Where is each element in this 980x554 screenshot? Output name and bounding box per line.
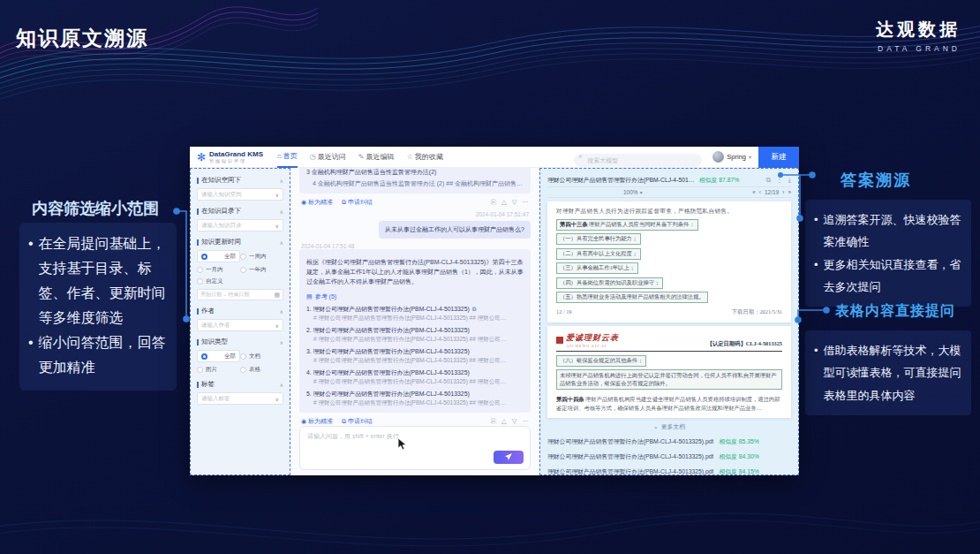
bullet-icon: • bbox=[28, 330, 34, 380]
app-navbar: ✻ DataGrand KMS 智能知识管理 ⌂首页 ◷最近访问 ✎最近编辑 ☆… bbox=[190, 147, 799, 168]
radio-all-time[interactable]: 全部 bbox=[197, 250, 240, 262]
doc-paragraph: 第四十四条 理财产品销售机构应当建立健全理财产品销售人员资格持续培训制度，通过内… bbox=[556, 395, 782, 413]
doc-filename[interactable]: 理财公司理财产品销售管理暂行办法(PBM-CLJ-4-5013325).pdf bbox=[547, 176, 696, 185]
more-docs-link[interactable]: ⌄更多文档 bbox=[547, 422, 791, 431]
chevron-up-icon: ∧ bbox=[280, 239, 283, 246]
radio-group-type: 全部 文档 图片 表格 bbox=[197, 350, 283, 374]
tag-select[interactable]: 请输入标签∨ bbox=[197, 392, 283, 405]
copy-icon[interactable]: ⎘ bbox=[491, 198, 496, 207]
radio-type-doc[interactable]: 文档 bbox=[240, 350, 283, 362]
last-page-icon[interactable]: » bbox=[788, 189, 791, 195]
citation-line[interactable]: 3 金融机构理财产品销售适当性监督管理办法(2) bbox=[306, 168, 524, 177]
download-icon[interactable]: ⤓ bbox=[788, 176, 791, 185]
section-header[interactable]: 在知识目录下∧ bbox=[197, 207, 283, 216]
chat-input-placeholder: 请输入问题，用 shift + enter 换行 bbox=[300, 427, 530, 446]
reference-item[interactable]: 1. 理财公司理财产品销售管理暂行办法(PBM-CLJ-4-5013325)⧉ … bbox=[306, 305, 524, 323]
filter-section-update-time: 知识更新时间∧ 全部 一周内 一月内 一年内 自定义 开始日期–结束日期 ▦ bbox=[197, 238, 283, 300]
zoom-select[interactable]: 100%▾ bbox=[623, 189, 643, 195]
space-select[interactable]: 请输入知识空间∨ bbox=[197, 188, 283, 201]
page-title: 知识原文溯源 bbox=[16, 25, 148, 52]
radio-type-image[interactable]: 图片 bbox=[197, 366, 240, 374]
send-button[interactable] bbox=[494, 451, 524, 464]
document-icon: ▤ bbox=[306, 293, 313, 300]
date-range-input[interactable]: 开始日期–结束日期 ▦ bbox=[197, 289, 283, 300]
related-file-row[interactable]: 理财公司理财产品销售管理暂行办法(PBM-CLJ-4-5013325).pdf相… bbox=[547, 437, 791, 446]
thumbs-down-icon[interactable]: ▽ bbox=[512, 417, 517, 426]
logo-en: DATA GRAND bbox=[876, 44, 961, 53]
highlighted-clause: （五）熟悉理财业务活动及理财产品销售相关的法律法规。 bbox=[556, 292, 708, 303]
reference-item[interactable]: 3. 理财公司理财产品销售管理暂行办法(PBM-CLJ-4-5013325) #… bbox=[306, 347, 524, 365]
radio-year[interactable]: 一年内 bbox=[240, 266, 283, 274]
reference-item[interactable]: 2. 理财公司理财产品销售管理暂行办法(PBM-CLJ-4-5013325) #… bbox=[306, 326, 524, 344]
reference-item[interactable]: 5. 理财公司理财产品销售管理暂行办法(PBM-CLJ-4-5013325) #… bbox=[306, 390, 524, 407]
citation-line[interactable]: 4 金融机构理财产品销售适当性监督管理办法 (2) ## 金融机构理财产品销售适… bbox=[306, 179, 524, 188]
similarity-badge: 相似度 84.30% bbox=[719, 452, 758, 461]
radio-icon bbox=[197, 367, 203, 373]
radio-week[interactable]: 一周内 bbox=[240, 250, 283, 262]
logo-cn: 达观数据 bbox=[876, 18, 961, 42]
radio-type-all[interactable]: 全部 bbox=[197, 350, 240, 362]
user-menu[interactable]: Spring ▾ bbox=[712, 151, 751, 163]
letterhead-logo: 爱诚理财云表 AICHENG LICAI bbox=[556, 332, 619, 348]
thumbs-up-icon[interactable]: △ bbox=[501, 417, 507, 426]
callout-trace-bullet: 更多相关知识直接查看，省去多次提问 bbox=[824, 254, 964, 299]
more-docs-icon: ⌄ bbox=[653, 423, 659, 430]
copy-icon[interactable]: ⎘ bbox=[491, 417, 496, 426]
doc-paragraph: 对理财产品销售人员行为进行跟踪监督审查，严格防范私自销售。 bbox=[556, 208, 782, 216]
download-date: 下载日期：2021/5/31 bbox=[732, 308, 782, 316]
author-select[interactable]: 请输入作者∨ bbox=[197, 319, 283, 331]
mark-accurate-button[interactable]: ◉标为精准 bbox=[301, 198, 333, 207]
related-file-row[interactable]: 理财公司理财产品销售管理暂行办法(PBM-CLJ-4-5013325).pdf相… bbox=[547, 452, 791, 461]
more-icon[interactable]: ⋯ bbox=[523, 198, 530, 207]
preview-icon[interactable]: ⧉ bbox=[472, 306, 477, 313]
callout-filter-bullet: 缩小问答范围，回答更加精准 bbox=[39, 330, 170, 380]
chevron-down-icon: ∨ bbox=[275, 323, 279, 329]
chevron-down-icon: ∨ bbox=[275, 396, 279, 402]
section-bar-icon bbox=[197, 209, 199, 215]
section-header[interactable]: 标签∧ bbox=[197, 380, 283, 389]
section-bar-icon bbox=[197, 308, 199, 315]
search-input[interactable] bbox=[574, 154, 702, 167]
section-header[interactable]: 知识类型∧ bbox=[197, 338, 283, 346]
catalog-select[interactable]: 请输入知识目录∨ bbox=[197, 219, 283, 231]
report-error-button[interactable]: ⧉申请纠错 bbox=[342, 417, 373, 426]
callout-table-title: 表格内容直接提问 bbox=[835, 302, 955, 321]
next-page-icon[interactable]: › bbox=[782, 189, 784, 195]
new-button[interactable]: 新建 bbox=[758, 147, 799, 168]
section-header[interactable]: 作者∧ bbox=[197, 307, 283, 315]
section-header[interactable]: 在知识空间下∧ bbox=[197, 176, 283, 185]
logo: 达观数据 DATA GRAND bbox=[876, 18, 961, 53]
highlighted-clause: （二）具有高中以上文化程度； bbox=[556, 248, 641, 260]
nav-item-recent-visit[interactable]: ◷最近访问 bbox=[310, 147, 346, 168]
chat-panel: 3 金融机构理财产品销售适当性监督管理办法(2) 4 金融机构理财产品销售适当性… bbox=[290, 168, 539, 475]
radio-icon bbox=[240, 353, 246, 360]
list-item: •借助表格解析等技术，大模型可读懂表格，可直接提问表格里的具体内容 bbox=[814, 339, 964, 406]
more-icon[interactable]: ⋯ bbox=[523, 417, 530, 426]
radio-icon bbox=[201, 254, 207, 260]
letterhead-en: AICHENG LICAI bbox=[566, 344, 619, 348]
list-item: •在全局提问基础上，支持基于目录、标签、作者、更新时间等多维度筛选 bbox=[28, 231, 170, 330]
highlighted-clause: 未经理财产品销售机构进行上岗登记认定并签订劳动合同，任何人员不得私自开展理财产品… bbox=[556, 369, 782, 390]
nav-item-favorites[interactable]: ☆我的收藏 bbox=[407, 147, 443, 168]
radio-custom[interactable]: 自定义 bbox=[197, 277, 240, 285]
radio-month[interactable]: 一月内 bbox=[197, 266, 240, 274]
chat-input[interactable]: 请输入问题，用 shift + enter 换行 bbox=[299, 426, 531, 470]
open-window-icon[interactable]: ⧉ bbox=[766, 176, 771, 185]
related-file-row[interactable]: 理财公司理财产品销售管理暂行办法(PBM-CLJ-4-5013325).pdf相… bbox=[547, 467, 791, 475]
thumbs-down-icon[interactable]: ▽ bbox=[512, 198, 517, 207]
radio-type-table[interactable]: 表格 bbox=[240, 366, 283, 374]
prev-page-icon[interactable]: ‹ bbox=[759, 189, 761, 195]
reference-item[interactable]: 4. 理财公司理财产品销售管理暂行办法(PBM-CLJ-4-5013325) #… bbox=[306, 368, 524, 386]
more-icon[interactable]: ⋮ bbox=[776, 176, 783, 185]
first-page-icon[interactable]: « bbox=[752, 189, 756, 195]
section-header[interactable]: 知识更新时间∧ bbox=[197, 238, 283, 247]
nav-item-home[interactable]: ⌂首页 bbox=[277, 147, 298, 168]
report-error-button[interactable]: ⧉申请纠错 bbox=[342, 198, 373, 207]
filter-sidebar: 在知识空间下∧ 请输入知识空间∨ 在知识目录下∧ 请输入知识目录∨ 知识更新时间… bbox=[190, 168, 290, 475]
highlighted-clause: 第四十三条 理财产品销售人员应当同时具备下列条件： bbox=[556, 219, 698, 231]
mark-accurate-button[interactable]: ◉标为精准 bbox=[301, 417, 333, 426]
letterhead-cn: 爱诚理财云表 bbox=[566, 332, 619, 344]
thumbs-up-icon[interactable]: △ bbox=[501, 198, 507, 207]
highlighted-clause: （三）从事金融工作1年以上； bbox=[556, 262, 638, 274]
nav-item-recent-edit[interactable]: ✎最近编辑 bbox=[358, 147, 395, 168]
